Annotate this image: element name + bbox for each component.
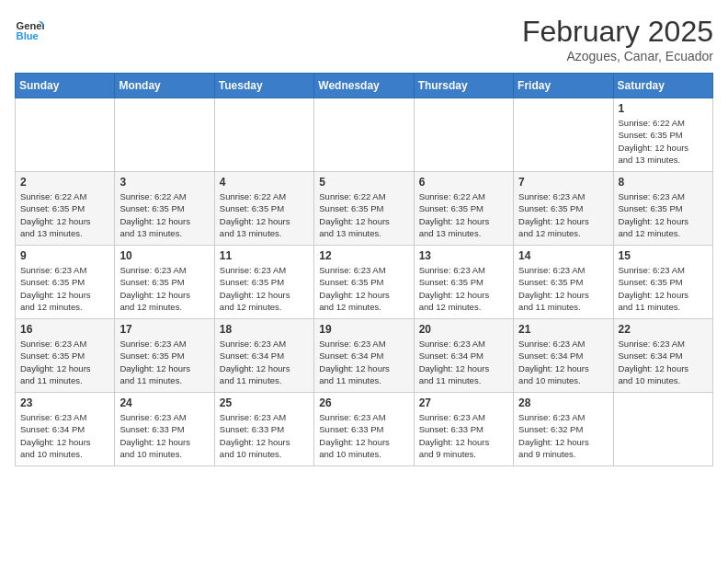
- day-number: 14: [518, 249, 608, 262]
- day-info: Sunrise: 6:23 AM Sunset: 6:35 PM Dayligh…: [619, 190, 708, 239]
- title-block: February 2025 Azogues, Canar, Ecuador: [522, 15, 713, 63]
- calendar-cell: 2Sunrise: 6:22 AM Sunset: 6:35 PM Daylig…: [16, 172, 115, 246]
- day-number: 12: [319, 249, 408, 262]
- day-info: Sunrise: 6:23 AM Sunset: 6:35 PM Dayligh…: [419, 264, 508, 313]
- day-info: Sunrise: 6:23 AM Sunset: 6:35 PM Dayligh…: [119, 338, 209, 386]
- day-info: Sunrise: 6:23 AM Sunset: 6:33 PM Dayligh…: [119, 411, 209, 460]
- calendar-cell: 23Sunrise: 6:23 AM Sunset: 6:34 PM Dayli…: [16, 393, 115, 466]
- day-info: Sunrise: 6:23 AM Sunset: 6:35 PM Dayligh…: [220, 264, 309, 313]
- calendar-cell: 8Sunrise: 6:23 AM Sunset: 6:35 PM Daylig…: [613, 172, 712, 246]
- day-info: Sunrise: 6:23 AM Sunset: 6:34 PM Dayligh…: [319, 338, 408, 386]
- day-info: Sunrise: 6:23 AM Sunset: 6:34 PM Dayligh…: [220, 338, 309, 386]
- day-info: Sunrise: 6:23 AM Sunset: 6:35 PM Dayligh…: [20, 338, 109, 386]
- day-info: Sunrise: 6:22 AM Sunset: 6:35 PM Dayligh…: [220, 190, 309, 239]
- calendar-cell: [514, 98, 613, 172]
- calendar-cell: 24Sunrise: 6:23 AM Sunset: 6:33 PM Dayli…: [115, 393, 214, 466]
- day-number: 9: [20, 249, 109, 262]
- day-number: 8: [619, 176, 708, 189]
- calendar-cell: [115, 98, 214, 172]
- day-info: Sunrise: 6:22 AM Sunset: 6:35 PM Dayligh…: [20, 190, 109, 239]
- calendar-cell: [613, 393, 712, 466]
- calendar-cell: [314, 98, 414, 172]
- weekday-header-thursday: Thursday: [414, 74, 513, 98]
- day-number: 19: [319, 323, 408, 336]
- day-info: Sunrise: 6:23 AM Sunset: 6:33 PM Dayligh…: [419, 411, 508, 460]
- weekday-header-saturday: Saturday: [613, 74, 712, 98]
- day-number: 16: [20, 323, 109, 336]
- day-info: Sunrise: 6:23 AM Sunset: 6:35 PM Dayligh…: [20, 264, 109, 313]
- day-number: 22: [619, 323, 708, 336]
- day-number: 4: [220, 176, 309, 189]
- day-number: 20: [419, 323, 508, 336]
- calendar-cell: 17Sunrise: 6:23 AM Sunset: 6:35 PM Dayli…: [115, 319, 214, 393]
- calendar-cell: 10Sunrise: 6:23 AM Sunset: 6:35 PM Dayli…: [115, 246, 214, 319]
- day-info: Sunrise: 6:23 AM Sunset: 6:32 PM Dayligh…: [518, 411, 608, 460]
- calendar-cell: 28Sunrise: 6:23 AM Sunset: 6:32 PM Dayli…: [514, 393, 613, 466]
- calendar-cell: 5Sunrise: 6:22 AM Sunset: 6:35 PM Daylig…: [314, 172, 414, 246]
- weekday-header-tuesday: Tuesday: [214, 74, 313, 98]
- location-subtitle: Azogues, Canar, Ecuador: [522, 49, 713, 63]
- calendar-cell: 6Sunrise: 6:22 AM Sunset: 6:35 PM Daylig…: [414, 172, 513, 246]
- calendar-cell: 22Sunrise: 6:23 AM Sunset: 6:34 PM Dayli…: [613, 319, 712, 393]
- calendar-cell: 18Sunrise: 6:23 AM Sunset: 6:34 PM Dayli…: [214, 319, 313, 393]
- day-info: Sunrise: 6:23 AM Sunset: 6:34 PM Dayligh…: [419, 338, 508, 386]
- day-info: Sunrise: 6:23 AM Sunset: 6:33 PM Dayligh…: [220, 411, 309, 460]
- weekday-header-wednesday: Wednesday: [314, 74, 414, 98]
- day-info: Sunrise: 6:23 AM Sunset: 6:34 PM Dayligh…: [20, 411, 109, 460]
- day-number: 10: [119, 249, 209, 262]
- calendar-table: SundayMondayTuesdayWednesdayThursdayFrid…: [15, 73, 713, 466]
- day-number: 11: [220, 249, 309, 262]
- day-number: 7: [518, 176, 608, 189]
- calendar-cell: 3Sunrise: 6:22 AM Sunset: 6:35 PM Daylig…: [115, 172, 214, 246]
- day-info: Sunrise: 6:23 AM Sunset: 6:35 PM Dayligh…: [119, 264, 209, 313]
- calendar-cell: [214, 98, 313, 172]
- day-number: 17: [119, 323, 209, 336]
- calendar-cell: 16Sunrise: 6:23 AM Sunset: 6:35 PM Dayli…: [16, 319, 115, 393]
- weekday-header-monday: Monday: [115, 74, 214, 98]
- calendar-cell: [414, 98, 513, 172]
- logo: General Blue: [15, 15, 44, 44]
- calendar-cell: 20Sunrise: 6:23 AM Sunset: 6:34 PM Dayli…: [414, 319, 513, 393]
- day-number: 25: [220, 396, 309, 409]
- day-info: Sunrise: 6:22 AM Sunset: 6:35 PM Dayligh…: [119, 190, 209, 239]
- week-row-1: 1Sunrise: 6:22 AM Sunset: 6:35 PM Daylig…: [16, 98, 713, 172]
- day-info: Sunrise: 6:23 AM Sunset: 6:35 PM Dayligh…: [319, 264, 408, 313]
- day-number: 6: [419, 176, 508, 189]
- day-number: 3: [119, 176, 209, 189]
- calendar-cell: 9Sunrise: 6:23 AM Sunset: 6:35 PM Daylig…: [16, 246, 115, 319]
- calendar-cell: 21Sunrise: 6:23 AM Sunset: 6:34 PM Dayli…: [514, 319, 613, 393]
- calendar-cell: [16, 98, 115, 172]
- day-number: 18: [220, 323, 309, 336]
- day-number: 2: [20, 176, 109, 189]
- calendar-cell: 14Sunrise: 6:23 AM Sunset: 6:35 PM Dayli…: [514, 246, 613, 319]
- day-number: 5: [319, 176, 408, 189]
- calendar-cell: 11Sunrise: 6:23 AM Sunset: 6:35 PM Dayli…: [214, 246, 313, 319]
- day-number: 27: [419, 396, 508, 409]
- day-info: Sunrise: 6:22 AM Sunset: 6:35 PM Dayligh…: [319, 190, 408, 239]
- day-number: 26: [319, 396, 408, 409]
- calendar-cell: 15Sunrise: 6:23 AM Sunset: 6:35 PM Dayli…: [613, 246, 712, 319]
- day-number: 21: [518, 323, 608, 336]
- calendar-cell: 26Sunrise: 6:23 AM Sunset: 6:33 PM Dayli…: [314, 393, 414, 466]
- day-info: Sunrise: 6:23 AM Sunset: 6:33 PM Dayligh…: [319, 411, 408, 460]
- calendar-cell: 27Sunrise: 6:23 AM Sunset: 6:33 PM Dayli…: [414, 393, 513, 466]
- weekday-header-friday: Friday: [514, 74, 613, 98]
- logo-icon: General Blue: [15, 15, 44, 44]
- weekday-header-row: SundayMondayTuesdayWednesdayThursdayFrid…: [16, 74, 713, 98]
- day-number: 28: [518, 396, 608, 409]
- day-info: Sunrise: 6:23 AM Sunset: 6:34 PM Dayligh…: [518, 338, 608, 386]
- day-number: 1: [619, 102, 708, 115]
- week-row-2: 2Sunrise: 6:22 AM Sunset: 6:35 PM Daylig…: [16, 172, 713, 246]
- day-info: Sunrise: 6:23 AM Sunset: 6:35 PM Dayligh…: [619, 264, 708, 313]
- calendar-cell: 19Sunrise: 6:23 AM Sunset: 6:34 PM Dayli…: [314, 319, 414, 393]
- calendar-cell: 7Sunrise: 6:23 AM Sunset: 6:35 PM Daylig…: [514, 172, 613, 246]
- svg-text:Blue: Blue: [17, 30, 39, 41]
- calendar-cell: 1Sunrise: 6:22 AM Sunset: 6:35 PM Daylig…: [613, 98, 712, 172]
- day-number: 15: [619, 249, 708, 262]
- week-row-5: 23Sunrise: 6:23 AM Sunset: 6:34 PM Dayli…: [16, 393, 713, 466]
- day-info: Sunrise: 6:23 AM Sunset: 6:34 PM Dayligh…: [619, 338, 708, 386]
- day-number: 23: [20, 396, 109, 409]
- weekday-header-sunday: Sunday: [16, 74, 115, 98]
- calendar-cell: 12Sunrise: 6:23 AM Sunset: 6:35 PM Dayli…: [314, 246, 414, 319]
- calendar-cell: 13Sunrise: 6:23 AM Sunset: 6:35 PM Dayli…: [414, 246, 513, 319]
